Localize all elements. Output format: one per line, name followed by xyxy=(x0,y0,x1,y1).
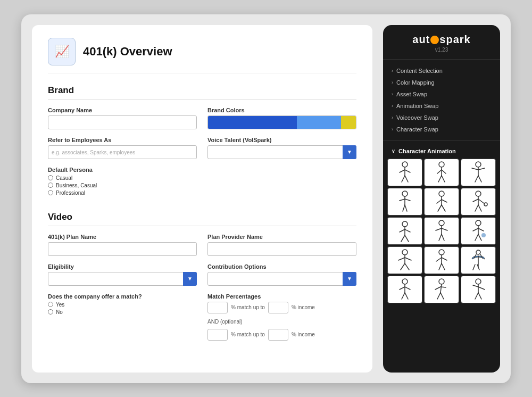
and-optional-label: AND (optional) xyxy=(207,319,356,325)
anim-thumb-8[interactable] xyxy=(424,217,459,245)
chevron-right-icon: › xyxy=(392,115,393,120)
svg-line-65 xyxy=(442,258,447,260)
svg-line-39 xyxy=(400,229,405,232)
svg-point-43 xyxy=(439,220,444,226)
svg-line-78 xyxy=(402,293,405,299)
anim-thumb-3[interactable] xyxy=(461,159,496,186)
anim-thumb-11[interactable] xyxy=(424,246,459,274)
svg-point-24 xyxy=(439,191,444,196)
svg-point-49 xyxy=(476,220,481,226)
nav-character-swap[interactable]: › Character Swap xyxy=(383,123,500,135)
anim-thumb-4[interactable] xyxy=(387,188,422,216)
character-animation-section: ∨ Character Animation xyxy=(383,141,500,364)
page-title: 401(k) Overview xyxy=(83,45,172,59)
anim-thumb-5[interactable] xyxy=(424,188,459,216)
svg-line-21 xyxy=(405,199,410,201)
persona-business[interactable]: Business, Casual xyxy=(48,183,356,188)
anim-thumb-15[interactable] xyxy=(461,276,496,303)
spark-o xyxy=(430,36,439,44)
match-income-1[interactable] xyxy=(268,302,288,313)
match-yes-label: Yes xyxy=(56,302,64,308)
brand-section: Brand Company Name Brand Colors xyxy=(48,85,356,196)
chevron-right-icon: › xyxy=(392,80,393,85)
contribution-input[interactable] xyxy=(207,272,356,286)
brand-row-1: Company Name Brand Colors xyxy=(48,107,356,129)
svg-line-8 xyxy=(437,170,442,173)
match-percentages-group: Match Percentages % match up to % income… xyxy=(207,293,356,344)
match-pct-2[interactable] xyxy=(207,329,228,341)
anim-thumb-2[interactable] xyxy=(424,159,459,186)
svg-line-4 xyxy=(402,176,405,182)
contribution-label: Contribution Options xyxy=(207,263,356,270)
provider-input[interactable] xyxy=(207,242,356,256)
persona-professional-label: Professional xyxy=(56,190,85,196)
plan-name-group: 401(k) Plan Name xyxy=(48,234,197,256)
match-pct-1[interactable] xyxy=(207,302,228,313)
eligibility-label: Eligibility xyxy=(48,263,197,270)
anim-thumb-14[interactable] xyxy=(424,276,459,303)
match-income-2[interactable] xyxy=(268,329,288,341)
svg-line-15 xyxy=(478,168,485,170)
plan-name-input[interactable] xyxy=(48,242,197,256)
match-radio-yes[interactable] xyxy=(48,302,53,307)
anim-thumb-13[interactable] xyxy=(387,276,422,303)
contribution-group: Contribution Options ▼ xyxy=(207,263,356,286)
chevron-right-icon: › xyxy=(392,103,393,109)
svg-line-77 xyxy=(405,287,410,290)
chevron-right-icon: › xyxy=(392,68,393,73)
svg-line-79 xyxy=(405,293,408,299)
svg-point-0 xyxy=(402,162,408,167)
persona-radio-business[interactable] xyxy=(48,183,53,188)
brand-row-2: Refer to Employees As Voice Talent (VolS… xyxy=(48,137,356,159)
anim-thumb-7[interactable] xyxy=(387,217,422,245)
nav-animation-swap[interactable]: › Animation Swap xyxy=(383,100,500,112)
svg-line-53 xyxy=(475,234,478,241)
persona-professional[interactable]: Professional xyxy=(48,190,356,196)
eligibility-arrow[interactable]: ▼ xyxy=(183,272,197,286)
anim-thumb-1[interactable] xyxy=(387,159,422,186)
brand-colors-bar[interactable] xyxy=(207,115,356,129)
brand-colors-group: Brand Colors xyxy=(207,107,356,129)
svg-line-90 xyxy=(475,293,478,299)
nav-voiceover-swap[interactable]: › Voiceover Swap xyxy=(383,112,500,123)
svg-line-52 xyxy=(478,228,484,231)
svg-point-86 xyxy=(476,279,481,284)
match-percentages-label: Match Percentages xyxy=(207,293,356,300)
svg-line-20 xyxy=(400,199,405,201)
contribution-arrow[interactable]: ▼ xyxy=(343,272,356,286)
company-name-input[interactable] xyxy=(48,115,197,129)
nav-color-mapping[interactable]: › Color Mapping xyxy=(383,77,500,88)
character-animation-title: ∨ Character Animation xyxy=(383,145,500,159)
svg-line-72 xyxy=(473,264,475,270)
anim-thumb-10[interactable] xyxy=(387,246,422,274)
match-no[interactable]: No xyxy=(48,309,197,315)
anim-thumb-6[interactable] xyxy=(461,188,496,216)
svg-line-89 xyxy=(478,287,485,290)
refer-input[interactable] xyxy=(48,145,197,159)
autospark-panel: autspark v1.23 › Content Selection › Col… xyxy=(383,25,500,373)
voice-talent-arrow[interactable]: ▼ xyxy=(343,145,356,159)
svg-line-83 xyxy=(440,287,446,287)
match-yes[interactable]: Yes xyxy=(48,302,197,308)
anim-thumb-12[interactable] xyxy=(461,246,496,274)
svg-line-66 xyxy=(439,263,442,270)
eligibility-input[interactable] xyxy=(48,272,197,286)
match-radio-no[interactable] xyxy=(48,309,53,315)
match-label-1b: % income xyxy=(292,304,315,310)
nav-content-selection[interactable]: › Content Selection xyxy=(383,65,500,77)
match-row-1: % match up to % income xyxy=(207,302,356,313)
voice-talent-input[interactable] xyxy=(207,145,356,159)
brand-colors-label: Brand Colors xyxy=(207,107,356,113)
svg-line-42 xyxy=(405,235,409,242)
form-header: 📈 401(k) Overview xyxy=(48,38,356,73)
svg-line-23 xyxy=(405,205,407,211)
persona-radio-professional[interactable] xyxy=(48,190,53,195)
nav-asset-swap[interactable]: › Asset Swap xyxy=(383,88,500,100)
anim-thumb-9[interactable] xyxy=(461,217,496,245)
svg-point-55 xyxy=(481,233,486,237)
svg-point-18 xyxy=(402,191,408,196)
persona-radio-casual[interactable] xyxy=(48,175,53,180)
persona-casual[interactable]: Casual xyxy=(48,175,356,181)
svg-line-32 xyxy=(473,199,478,202)
svg-line-64 xyxy=(436,258,442,261)
